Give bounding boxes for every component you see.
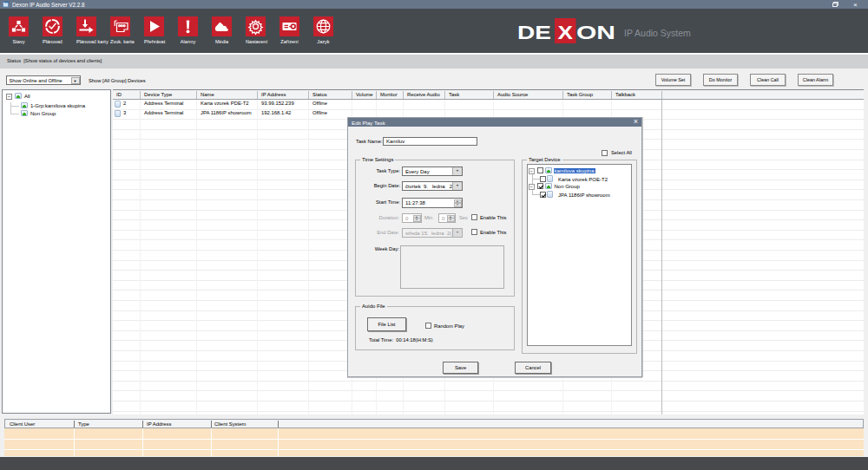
svg-text:ON: ON [576, 22, 615, 43]
svg-text:X: X [558, 22, 574, 43]
svg-text:DE: DE [517, 22, 551, 43]
